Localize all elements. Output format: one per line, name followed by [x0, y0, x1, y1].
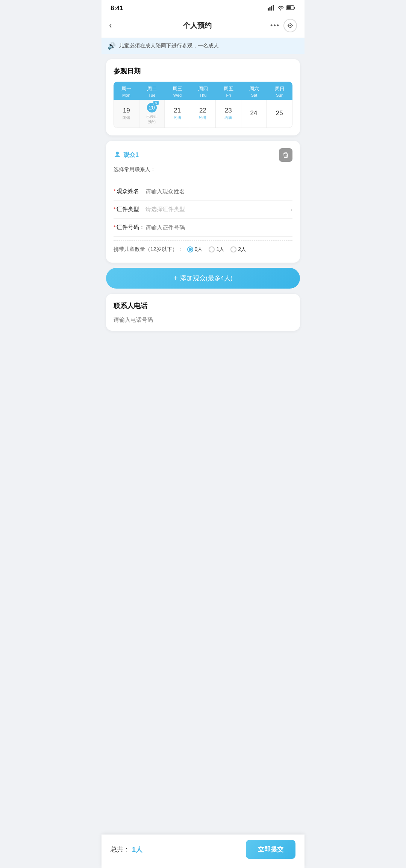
weekday-mon: 周一 Mon — [114, 85, 139, 97]
add-viewer-label: 添加观众(最多4人) — [180, 274, 233, 283]
id-type-select[interactable]: 请选择证件类型 — [145, 206, 291, 213]
delete-viewer-button[interactable] — [279, 148, 292, 162]
date-num-23: 23 — [225, 107, 232, 114]
svg-rect-5 — [294, 7, 295, 9]
name-label: *观众姓名 — [114, 188, 145, 195]
weekday-sat: 周六 Sat — [241, 85, 267, 97]
date-row: 19 闭馆 20 今 已停止预约 21 约满 — [114, 100, 292, 128]
date-num-21: 21 — [174, 107, 181, 114]
id-number-input[interactable] — [145, 224, 292, 231]
notice-bar: 🔊 儿童必须在成人陪同下进行参观，一名成人 — [102, 38, 304, 54]
date-24[interactable]: 24 — [241, 100, 267, 128]
add-icon: + — [173, 274, 178, 283]
calendar-widget: 周一 Mon 周二 Tue 周三 Wed 周四 Thu 周五 Fri — [114, 82, 292, 128]
notice-icon: 🔊 — [108, 42, 116, 50]
radio-circle-1 — [209, 246, 215, 252]
date-22[interactable]: 22 约满 — [190, 100, 216, 128]
contact-phone-card: 联系人电话 — [106, 294, 300, 331]
radio-circle-2 — [230, 246, 236, 252]
nav-bar: ‹ 个人预约 ••• — [102, 15, 304, 38]
date-23[interactable]: 23 约满 — [216, 100, 241, 128]
total-label: 总共： — [111, 845, 130, 854]
contact-select-label: 选择常用联系人： — [114, 166, 156, 172]
nav-actions: ••• — [270, 19, 297, 32]
chevron-right-icon: › — [291, 207, 292, 213]
weekday-en-mon: Mon — [122, 93, 130, 97]
name-input[interactable] — [145, 188, 292, 195]
weekday-wed: 周三 Wed — [165, 85, 190, 97]
weekday-header: 周一 Mon 周二 Tue 周三 Wed 周四 Thu 周五 Fri — [114, 82, 292, 100]
svg-point-13 — [116, 152, 119, 155]
contact-select[interactable]: 选择常用联系人： — [114, 166, 292, 177]
name-field: *观众姓名 — [114, 182, 292, 201]
id-type-label: *证件类型 — [114, 206, 145, 213]
battery-icon — [286, 5, 295, 11]
date-num-24: 24 — [250, 109, 257, 117]
date-25[interactable]: 25 — [267, 100, 292, 128]
weekday-sun: 周日 Sun — [267, 85, 292, 97]
status-time: 8:41 — [111, 5, 123, 12]
date-status-19: 闭馆 — [123, 115, 130, 120]
contact-phone-title: 联系人电话 — [114, 301, 292, 310]
date-card: 参观日期 周一 Mon 周二 Tue 周三 Wed 周四 Thu — [106, 59, 300, 135]
scan-button[interactable] — [283, 19, 297, 32]
bottom-bar: 总共： 1人 立即提交 — [102, 835, 304, 868]
children-option-0[interactable]: 0人 — [187, 246, 203, 253]
date-20[interactable]: 20 今 已停止预约 — [139, 100, 165, 128]
svg-rect-2 — [271, 6, 272, 11]
radio-circle-0 — [187, 246, 193, 252]
more-options-button[interactable]: ••• — [270, 22, 280, 30]
notice-text: 儿童必须在成人陪同下进行参观，一名成人 — [119, 43, 219, 49]
viewer-card: 观众1 选择常用联系人： *观众姓名 — [106, 141, 300, 263]
date-21[interactable]: 21 约满 — [165, 100, 190, 128]
children-count-row: 携带儿童数量（12岁以下）： 0人 1人 2人 — [114, 240, 292, 255]
children-option-1[interactable]: 1人 — [209, 246, 224, 253]
phone-input[interactable] — [114, 316, 292, 323]
total-count: 1人 — [132, 845, 142, 854]
date-status-23: 约满 — [224, 115, 232, 120]
svg-point-8 — [289, 25, 291, 26]
status-icons — [268, 5, 295, 12]
page-title: 个人预约 — [183, 21, 212, 30]
wifi-icon — [277, 5, 284, 12]
svg-rect-3 — [273, 5, 274, 11]
date-status-20: 已停止预约 — [146, 114, 158, 125]
weekday-tue: 周二 Tue — [139, 85, 165, 97]
date-status-22: 约满 — [199, 115, 206, 120]
children-count-1-label: 1人 — [216, 246, 224, 253]
children-count-2-label: 2人 — [238, 246, 246, 253]
svg-rect-1 — [270, 7, 271, 11]
signal-icon — [268, 5, 275, 12]
radio-dot-0 — [189, 248, 192, 251]
date-status-21: 约满 — [174, 115, 181, 120]
children-radio-group: 0人 1人 2人 — [187, 246, 246, 253]
date-num-20: 20 今 — [147, 103, 157, 112]
submit-button[interactable]: 立即提交 — [246, 840, 295, 859]
date-num-25: 25 — [276, 109, 283, 117]
weekday-thu: 周四 Thu — [190, 85, 216, 97]
status-bar: 8:41 — [102, 0, 304, 15]
children-label: 携带儿童数量（12岁以下）： — [114, 246, 183, 253]
viewer-title-text: 观众1 — [123, 151, 139, 159]
viewer-header: 观众1 — [114, 148, 292, 162]
id-number-field: *证件号码： — [114, 219, 292, 237]
date-num-19: 19 — [123, 107, 130, 114]
add-viewer-button[interactable]: + 添加观众(最多4人) — [106, 268, 300, 289]
main-content: 参观日期 周一 Mon 周二 Tue 周三 Wed 周四 Thu — [102, 54, 304, 368]
weekday-zh-mon: 周一 — [121, 85, 131, 92]
date-19[interactable]: 19 闭馆 — [114, 100, 139, 128]
date-section-title: 参观日期 — [114, 67, 292, 76]
total-section: 总共： 1人 — [111, 845, 142, 854]
viewer-title: 观众1 — [114, 150, 139, 160]
viewer-icon — [114, 150, 121, 160]
svg-rect-6 — [287, 6, 291, 9]
children-count-0-label: 0人 — [195, 246, 203, 253]
id-type-field[interactable]: *证件类型 请选择证件类型 › — [114, 201, 292, 219]
children-option-2[interactable]: 2人 — [230, 246, 246, 253]
weekday-fri: 周五 Fri — [216, 85, 241, 97]
back-button[interactable]: ‹ — [109, 21, 124, 30]
svg-rect-0 — [268, 8, 269, 11]
date-num-22: 22 — [199, 107, 206, 114]
id-number-label: *证件号码： — [114, 224, 145, 231]
